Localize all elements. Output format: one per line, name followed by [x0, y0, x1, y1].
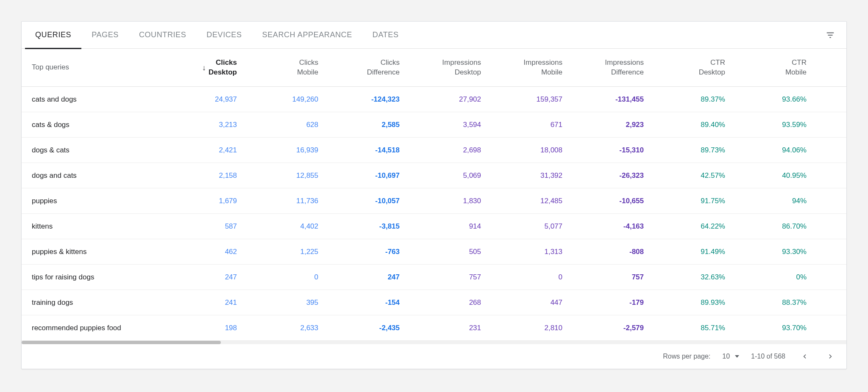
cell-query[interactable]: puppies & kittens: [22, 239, 166, 265]
cell-query[interactable]: tips for raising dogs: [22, 265, 166, 290]
cell-ctr-diff: -8: [817, 315, 846, 341]
tab-queries[interactable]: QUERIES: [25, 21, 81, 49]
cell-ctr-diff: 1.6: [817, 163, 846, 188]
pagination-range: 1-10 of 568: [751, 353, 785, 360]
cell-impr-mobile: 12,485: [491, 188, 573, 214]
cell-query[interactable]: training dogs: [22, 290, 166, 315]
cell-impr-diff: -808: [573, 239, 654, 265]
scrollbar-thumb[interactable]: [22, 341, 221, 344]
cell-ctr-diff: 32.6: [817, 265, 846, 290]
col-ctr-mobile[interactable]: CTRMobile: [735, 49, 817, 87]
cell-impr-mobile: 1,313: [491, 239, 573, 265]
rows-per-page-select[interactable]: 10: [722, 353, 739, 360]
cell-clicks-desktop: 247: [166, 265, 247, 290]
cell-query[interactable]: kittens: [22, 214, 166, 239]
col-top-queries[interactable]: Top queries: [22, 49, 166, 87]
horizontal-scrollbar[interactable]: [22, 341, 846, 344]
cell-query[interactable]: dogs and cats: [22, 163, 166, 188]
cell-impr-diff: -131,455: [573, 87, 654, 112]
cell-impr-diff: 2,923: [573, 112, 654, 138]
table-row[interactable]: cats & dogs3,2136282,5853,5946712,92389.…: [22, 112, 846, 138]
cell-clicks-mobile: 1,225: [247, 239, 328, 265]
cell-ctr-diff: 1.6: [817, 290, 846, 315]
cell-impr-mobile: 0: [491, 265, 573, 290]
rows-per-page-label: Rows per page:: [663, 353, 710, 360]
table-row[interactable]: puppies & kittens4621,225-7635051,313-80…: [22, 239, 846, 265]
tab-pages[interactable]: PAGES: [81, 21, 129, 49]
col-impr-mobile[interactable]: ImpressionsMobile: [491, 49, 573, 87]
table-row[interactable]: puppies1,67911,736-10,0571,83012,485-10,…: [22, 188, 846, 214]
cell-clicks-diff: -763: [328, 239, 410, 265]
cell-impr-diff: -10,655: [573, 188, 654, 214]
cell-ctr-mobile: 86.70%: [735, 214, 817, 239]
table-row[interactable]: training dogs241395-154268447-17989.93%8…: [22, 290, 846, 315]
cell-impr-desktop: 268: [410, 290, 491, 315]
cell-ctr-mobile: 94%: [735, 188, 817, 214]
cell-ctr-desktop: 85.71%: [654, 315, 735, 341]
col-clicks-desktop[interactable]: ↓ ClicksDesktop: [166, 49, 247, 87]
cell-impr-diff: -2,579: [573, 315, 654, 341]
cell-query[interactable]: cats & dogs: [22, 112, 166, 138]
cell-ctr-diff: -4.2: [817, 112, 846, 138]
cell-clicks-diff: -10,057: [328, 188, 410, 214]
cell-ctr-mobile: 93.30%: [735, 239, 817, 265]
filter-icon[interactable]: [825, 30, 835, 40]
cell-ctr-mobile: 93.59%: [735, 112, 817, 138]
cell-impr-desktop: 231: [410, 315, 491, 341]
cell-clicks-mobile: 11,736: [247, 188, 328, 214]
cell-ctr-desktop: 89.73%: [654, 138, 735, 163]
cell-clicks-desktop: 2,421: [166, 138, 247, 163]
cell-clicks-mobile: 12,855: [247, 163, 328, 188]
cell-clicks-desktop: 241: [166, 290, 247, 315]
cell-ctr-diff: -22.5: [817, 214, 846, 239]
cell-clicks-desktop: 1,679: [166, 188, 247, 214]
cell-impr-desktop: 1,830: [410, 188, 491, 214]
cell-impr-diff: -4,163: [573, 214, 654, 239]
sort-desc-icon: ↓: [202, 64, 206, 72]
cell-ctr-mobile: 93.66%: [735, 87, 817, 112]
table-row[interactable]: dogs and cats2,15812,855-10,6975,06931,3…: [22, 163, 846, 188]
cell-clicks-diff: 247: [328, 265, 410, 290]
cell-query[interactable]: recommended puppies food: [22, 315, 166, 341]
col-ctr-desktop[interactable]: CTRDesktop: [654, 49, 735, 87]
cell-query[interactable]: puppies: [22, 188, 166, 214]
cell-ctr-diff: -4.3: [817, 87, 846, 112]
cell-clicks-diff: -154: [328, 290, 410, 315]
table-row[interactable]: recommended puppies food1982,633-2,43523…: [22, 315, 846, 341]
cell-clicks-desktop: 462: [166, 239, 247, 265]
cell-ctr-desktop: 32.63%: [654, 265, 735, 290]
cell-impr-desktop: 27,902: [410, 87, 491, 112]
cell-ctr-mobile: 93.70%: [735, 315, 817, 341]
tab-devices[interactable]: DEVICES: [196, 21, 252, 49]
cell-clicks-diff: 2,585: [328, 112, 410, 138]
cell-impr-diff: -26,323: [573, 163, 654, 188]
table-footer: Rows per page: 10 1-10 of 568: [22, 344, 846, 369]
table-row[interactable]: kittens5874,402-3,8159145,077-4,16364.22…: [22, 214, 846, 239]
prev-page-button[interactable]: [797, 349, 812, 364]
cell-clicks-mobile: 628: [247, 112, 328, 138]
cell-impr-mobile: 671: [491, 112, 573, 138]
table-header-row: Top queries ↓ ClicksDesktop ClicksMobile…: [22, 49, 846, 87]
cell-ctr-mobile: 0%: [735, 265, 817, 290]
cell-clicks-desktop: 198: [166, 315, 247, 341]
table-row[interactable]: dogs & cats2,42116,939-14,5182,69818,008…: [22, 138, 846, 163]
table-row[interactable]: cats and dogs24,937149,260-124,32327,902…: [22, 87, 846, 112]
col-impr-desktop[interactable]: ImpressionsDesktop: [410, 49, 491, 87]
cell-impr-desktop: 914: [410, 214, 491, 239]
col-impr-diff[interactable]: ImpressionsDifference: [573, 49, 654, 87]
next-page-button[interactable]: [823, 349, 838, 364]
cell-impr-desktop: 3,594: [410, 112, 491, 138]
col-clicks-diff[interactable]: ClicksDifference: [328, 49, 410, 87]
tab-countries[interactable]: COUNTRIES: [129, 21, 196, 49]
cell-impr-mobile: 18,008: [491, 138, 573, 163]
tab-dates[interactable]: DATES: [362, 21, 409, 49]
cell-query[interactable]: cats and dogs: [22, 87, 166, 112]
col-clicks-mobile[interactable]: ClicksMobile: [247, 49, 328, 87]
tab-search-appearance[interactable]: SEARCH APPEARANCE: [252, 21, 362, 49]
cell-query[interactable]: dogs & cats: [22, 138, 166, 163]
cell-ctr-diff: -1.8: [817, 239, 846, 265]
col-ctr-diff[interactable]: CTRDifference: [817, 49, 846, 87]
cell-ctr-desktop: 64.22%: [654, 214, 735, 239]
cell-clicks-desktop: 587: [166, 214, 247, 239]
table-row[interactable]: tips for raising dogs2470247757075732.63…: [22, 265, 846, 290]
